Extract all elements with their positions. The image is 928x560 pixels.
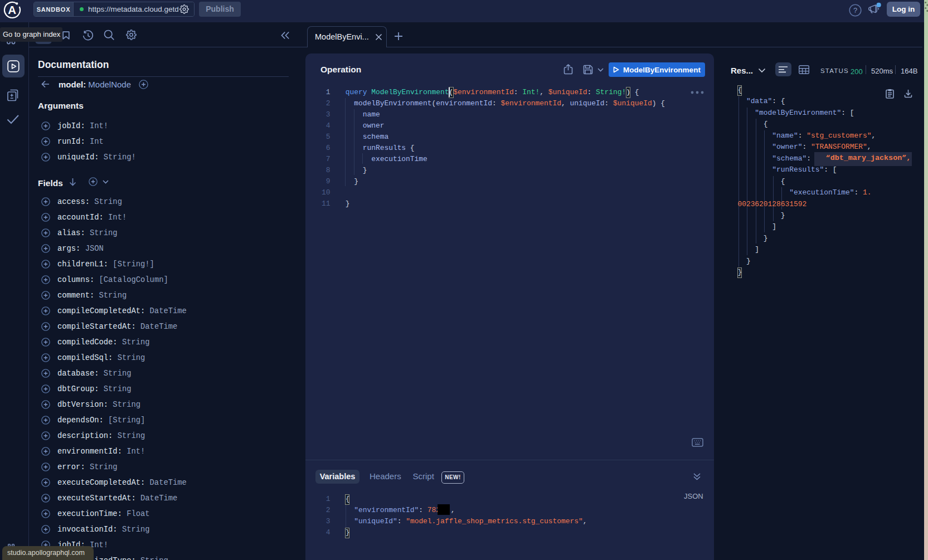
svg-text:A: A <box>8 3 16 16</box>
svg-text:?: ? <box>853 6 857 14</box>
